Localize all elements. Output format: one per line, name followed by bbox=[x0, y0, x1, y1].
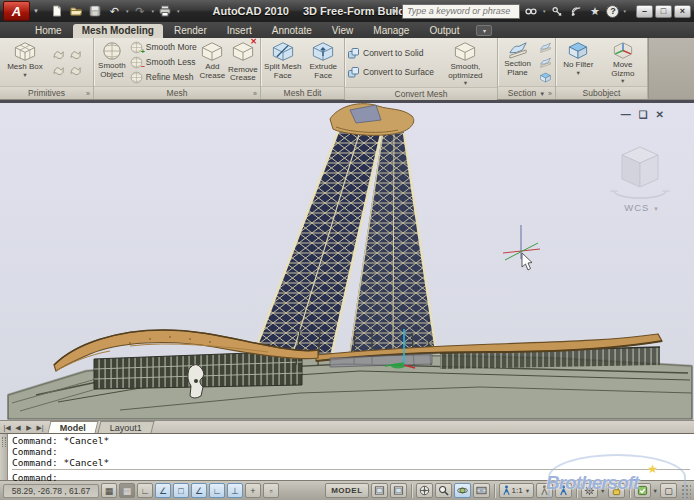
mesh-cylinder-icon[interactable] bbox=[67, 47, 83, 62]
search-options-caret-icon[interactable]: ▾ bbox=[543, 8, 546, 14]
split-mesh-face-button[interactable]: Split Mesh Face bbox=[263, 39, 302, 85]
3d-model-scene[interactable] bbox=[0, 103, 694, 420]
next-tab-icon[interactable]: ▶ bbox=[24, 422, 34, 433]
workspace-caret-icon[interactable]: ▼ bbox=[600, 488, 605, 494]
remove-crease-button[interactable]: ✕ Remove Crease bbox=[228, 39, 258, 85]
zoom-icon[interactable] bbox=[435, 483, 452, 498]
mesh-cone-icon[interactable] bbox=[50, 47, 66, 62]
ortho-toggle[interactable]: ∟ bbox=[137, 483, 153, 498]
search-input[interactable] bbox=[402, 4, 520, 19]
first-tab-icon[interactable]: |◀ bbox=[2, 422, 12, 433]
dynamic-ucs-toggle[interactable]: ⊥ bbox=[227, 483, 243, 498]
convert-to-surface-button[interactable]: Convert to Surface bbox=[347, 65, 434, 80]
panel-label-mesh-edit[interactable]: Mesh Edit bbox=[261, 86, 344, 99]
panel-label-subobject[interactable]: Subobject bbox=[556, 86, 647, 99]
dynamic-input-toggle[interactable]: + bbox=[245, 483, 261, 498]
grid-toggle[interactable]: ▦ bbox=[119, 483, 135, 498]
undo-button[interactable]: ↶ bbox=[107, 4, 122, 18]
panel-label-section[interactable]: Section▼» bbox=[498, 86, 555, 99]
quick-view-drawings-icon[interactable] bbox=[390, 483, 407, 498]
close-button[interactable]: × bbox=[674, 5, 691, 18]
annotation-autoscale-icon[interactable] bbox=[555, 483, 572, 498]
search-icon[interactable] bbox=[524, 4, 539, 18]
tab-model[interactable]: Model bbox=[48, 421, 99, 433]
redo-button[interactable]: ↷ bbox=[132, 4, 147, 18]
object-snap-toggle[interactable]: □ bbox=[173, 483, 189, 498]
tab-manage[interactable]: Manage bbox=[364, 24, 418, 38]
panel-label-primitives[interactable]: Primitives» bbox=[0, 86, 93, 99]
plot-button[interactable] bbox=[158, 4, 173, 18]
new-file-button[interactable] bbox=[50, 4, 65, 18]
no-filter-button[interactable]: No Filter ▼ bbox=[558, 39, 599, 85]
live-section-icon[interactable] bbox=[537, 40, 553, 54]
prev-tab-icon[interactable]: ◀ bbox=[13, 422, 23, 433]
minimize-button[interactable]: – bbox=[636, 5, 653, 18]
favorites-star-icon[interactable]: ★ bbox=[587, 4, 602, 18]
quick-properties-toggle[interactable]: ▫ bbox=[263, 483, 279, 498]
refine-mesh-button[interactable]: Refine Mesh bbox=[130, 70, 197, 85]
search-expand-icon[interactable]: ▶ bbox=[393, 7, 398, 15]
drawing-close-icon[interactable]: ✕ bbox=[656, 109, 664, 120]
resize-grip[interactable] bbox=[681, 484, 691, 498]
drawing-viewport[interactable]: — ❑ ✕ WCS ▼ bbox=[0, 103, 694, 420]
tab-layout1[interactable]: Layout1 bbox=[98, 421, 155, 433]
panel-label-convert-mesh[interactable]: Convert Mesh bbox=[345, 87, 497, 100]
smooth-optimized-button[interactable]: Smooth, optimized ▼ bbox=[436, 39, 495, 86]
application-menu-caret-icon[interactable]: ▼ bbox=[33, 8, 39, 14]
model-space-button[interactable]: MODEL bbox=[325, 483, 368, 498]
orbit-icon[interactable] bbox=[454, 483, 471, 498]
workspace-switching-icon[interactable] bbox=[581, 483, 598, 498]
tab-render[interactable]: Render bbox=[165, 24, 216, 38]
mesh-pyramid-icon[interactable] bbox=[50, 63, 66, 78]
smooth-less-button[interactable]: − Smooth Less bbox=[130, 55, 197, 70]
convert-to-solid-button[interactable]: Convert to Solid bbox=[347, 46, 434, 61]
panel-label-mesh[interactable]: Mesh» bbox=[94, 86, 260, 99]
ribbon-minimize-button[interactable]: ▾ bbox=[476, 25, 492, 36]
command-line-window[interactable]: Command: *Cancel* Command: Command: *Can… bbox=[0, 433, 694, 480]
subscription-center-icon[interactable] bbox=[549, 4, 564, 18]
qat-customize-caret-icon[interactable]: ▾ bbox=[177, 8, 180, 14]
command-prompt[interactable]: Command: bbox=[12, 469, 690, 483]
performance-tuner-icon[interactable] bbox=[634, 483, 651, 498]
open-file-button[interactable] bbox=[69, 4, 84, 18]
save-button[interactable] bbox=[88, 4, 103, 18]
application-menu-button[interactable]: A bbox=[3, 1, 30, 21]
undo-caret-icon[interactable]: ▾ bbox=[126, 8, 129, 14]
quick-view-layouts-icon[interactable] bbox=[371, 483, 388, 498]
help-icon[interactable]: ? bbox=[606, 5, 619, 18]
extrude-face-button[interactable]: Extrude Face bbox=[304, 39, 342, 85]
smooth-more-button[interactable]: + Smooth More bbox=[130, 40, 197, 55]
redo-caret-icon[interactable]: ▾ bbox=[151, 8, 154, 14]
add-crease-button[interactable]: Add Crease bbox=[199, 39, 226, 85]
annotation-scale-button[interactable]: 1:1 ▼ bbox=[499, 483, 535, 498]
drawing-minimize-icon[interactable]: — bbox=[621, 109, 631, 120]
viewcube-wcs-menu[interactable]: WCS ▼ bbox=[624, 202, 660, 213]
status-menu-caret-icon[interactable]: ▼ bbox=[653, 488, 658, 494]
tab-insert[interactable]: Insert bbox=[218, 24, 261, 38]
tab-home[interactable]: Home bbox=[26, 24, 71, 38]
toolbar-lock-icon[interactable] bbox=[608, 483, 625, 498]
tab-annotate[interactable]: Annotate bbox=[263, 24, 321, 38]
mesh-wedge-icon[interactable] bbox=[67, 63, 83, 78]
add-jog-icon[interactable] bbox=[537, 55, 553, 69]
mesh-box-button[interactable]: Mesh Box ▼ bbox=[2, 39, 48, 85]
maximize-button[interactable]: □ bbox=[655, 5, 672, 18]
tab-output[interactable]: Output bbox=[420, 24, 468, 38]
coordinates-display[interactable]: 58.29, -26.78 , 61.67 bbox=[3, 484, 99, 498]
tab-mesh-modeling[interactable]: Mesh Modeling bbox=[73, 24, 163, 38]
communication-center-icon[interactable] bbox=[568, 4, 583, 18]
steering-wheel-icon[interactable] bbox=[416, 483, 433, 498]
command-window-grip[interactable] bbox=[0, 434, 8, 480]
help-caret-icon[interactable]: ▾ bbox=[623, 8, 626, 14]
tab-view[interactable]: View bbox=[323, 24, 363, 38]
snap-toggle[interactable]: ▦ bbox=[101, 483, 117, 498]
section-plane-button[interactable]: Section Plane bbox=[500, 39, 535, 85]
smooth-object-button[interactable]: Smooth Object bbox=[96, 39, 128, 85]
clean-screen-icon[interactable]: ▢ bbox=[660, 483, 677, 498]
object-snap-tracking-toggle[interactable]: ∟ bbox=[209, 483, 225, 498]
polar-tracking-toggle[interactable]: ∠ bbox=[155, 483, 171, 498]
move-gizmo-button[interactable]: Move Gizmo ▼ bbox=[601, 39, 645, 85]
drawing-restore-icon[interactable]: ❑ bbox=[639, 109, 648, 120]
last-tab-icon[interactable]: ▶| bbox=[35, 422, 45, 433]
annotation-visibility-icon[interactable] bbox=[536, 483, 553, 498]
